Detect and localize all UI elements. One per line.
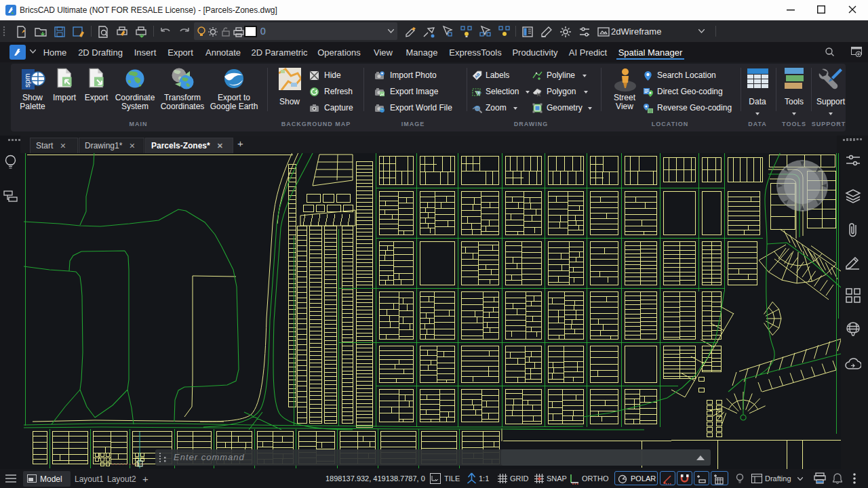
svg-text:spm: spm bbox=[23, 73, 31, 87]
